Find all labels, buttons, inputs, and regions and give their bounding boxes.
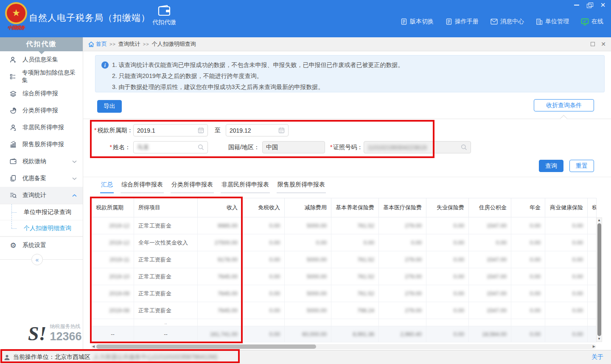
tab-nonresident[interactable]: 非居民所得申报表 (221, 181, 270, 193)
to-label: 至 (215, 127, 221, 134)
id-number-input[interactable]: 110102199304223619 (364, 141, 471, 153)
filter-row-person: *姓名： 马某 国籍/地区： 中国 *证照号码： 110102199304223… (94, 141, 471, 153)
manual-icon (446, 18, 452, 25)
tab-restricted-shares[interactable]: 限售股所得申报表 (277, 181, 326, 193)
col-tax-clipped: 税 (588, 198, 597, 217)
online-monitor-icon (581, 18, 589, 25)
sidebar-item-query-statistics[interactable]: 查询统计 (0, 187, 83, 204)
breadcrumb-home[interactable]: 首页 (88, 40, 107, 48)
table-row: 2019-11 正常工资薪金 9178.00 0.00 5000.00 761.… (92, 251, 597, 268)
search-icon[interactable] (198, 144, 204, 150)
sidebar-subitem-personal-withholding-detail[interactable]: 个人扣缴明细查询 (0, 220, 83, 236)
period-from-input[interactable]: 2019.1 (133, 124, 208, 136)
sidebar-item-restricted-shares[interactable]: 限售股所得申报 (0, 136, 83, 153)
window-restore-button[interactable] (587, 3, 593, 8)
sidebar-item-tax-payment[interactable]: 税款缴纳 (0, 153, 83, 170)
required-asterisk: * (110, 144, 112, 150)
collapse-query-button[interactable]: 收折查询条件 (534, 99, 594, 111)
name-value: 马某 (137, 144, 149, 151)
sidebar-item-preferential-filing[interactable]: 优惠备案 (0, 170, 83, 187)
notice-line-3: 3. 由于数据处理的滞后性，建议您在申报成功3天之后再来查询最新的申报数据。 (101, 81, 598, 92)
sidebar-item-personnel-info[interactable]: 人员信息采集 (0, 51, 83, 68)
form-list-icon (9, 73, 17, 81)
table-row: 2019-12 全年一次性奖金收入 27500.00 0.00 0.00 0.0… (92, 234, 597, 251)
about-link[interactable]: 关于 (591, 353, 603, 361)
scroll-down-arrow[interactable]: ▼ (597, 336, 601, 342)
sidebar-item-label: 优惠备案 (22, 175, 46, 182)
horizontal-scroll-thumb[interactable] (96, 345, 316, 349)
copy-icon (9, 175, 17, 182)
sidebar-subitem-unit-declare-records[interactable]: 单位申报记录查询 (0, 204, 83, 220)
col-housing-fund: 住房公积金 (469, 198, 511, 217)
nav-tab-daikoudaijiao[interactable]: 代扣代缴 (148, 5, 181, 26)
info-icon: i (101, 61, 109, 69)
calendar-icon[interactable] (198, 127, 204, 133)
period-to-input[interactable]: 2019.12 (226, 124, 289, 136)
col-pension: 基本养老保险费 (331, 198, 379, 217)
vertical-scroll-thumb[interactable] (597, 223, 601, 336)
tab-summary[interactable]: 汇总 (100, 181, 114, 193)
menu-label: 在线 (591, 18, 603, 25)
tab-classified[interactable]: 分类所得申报表 (171, 181, 214, 193)
vertical-scrollbar[interactable]: ▲ ▼ (596, 217, 602, 342)
horizontal-scrollbar[interactable]: ◀ ▶ (91, 344, 596, 349)
required-asterisk: * (330, 144, 332, 150)
sidebar-collapse-divider: « (0, 259, 83, 260)
export-button[interactable]: 导出 (97, 100, 122, 113)
nationality-input[interactable]: 中国 (262, 141, 325, 153)
wallet-small-icon (9, 158, 17, 165)
menu-unit-management[interactable]: 单位管理 (536, 18, 569, 25)
home-icon (88, 42, 94, 47)
main-content: i 1. 该查询统计表仅能查询已申报成功的数据，不包含未申报、申报失败，已申报但… (83, 51, 611, 350)
panel-maximize-button[interactable] (591, 42, 595, 46)
menu-message-center[interactable]: 消息中心 (490, 18, 524, 25)
search-icon[interactable] (461, 144, 467, 150)
col-deduction: 减除费用 (285, 198, 331, 217)
menu-version-switch[interactable]: 版本切换 (401, 18, 434, 25)
summary-period: -- (92, 326, 134, 342)
sidebar-item-classified-income[interactable]: 分类所得申报 (0, 102, 83, 119)
hotline-block: S! 纳税服务热线 12366 (28, 323, 82, 342)
tab-comprehensive[interactable]: 综合所得申报表 (121, 181, 164, 193)
scroll-up-arrow[interactable]: ▲ (597, 218, 601, 223)
menu-online-status[interactable]: 在线 (581, 18, 603, 25)
national-emblem-logo: ★ 中国税务 (4, 2, 28, 31)
pie-chart-icon (9, 107, 17, 114)
panel-close-button[interactable]: ✕ (601, 42, 606, 46)
query-button[interactable]: 查询 (539, 160, 563, 172)
calendar-icon[interactable] (278, 127, 285, 133)
name-input[interactable]: 马某 (133, 141, 208, 153)
menu-label: 消息中心 (500, 18, 524, 25)
envelope-icon (490, 19, 498, 25)
chevron-down-icon (72, 177, 77, 180)
scroll-left-arrow[interactable]: ◀ (92, 345, 95, 349)
sidebar-item-nonresident-income[interactable]: 非居民所得申报 (0, 119, 83, 136)
current-unit-label: 当前操作单位：北京市西城区 (13, 353, 90, 361)
app-header: ★ 中国税务 自然人电子税务局（扣缴端） 代扣代缴 版本切换 操作手册 (0, 0, 611, 37)
table-row-clipped: .. (92, 319, 597, 326)
summary-item: -- (134, 326, 198, 342)
reset-button[interactable]: 重置 (569, 160, 594, 172)
sidebar-item-special-deduction[interactable]: 专项附加扣除信息采集 (0, 68, 83, 85)
hotline-logo: S! (28, 325, 46, 342)
sidebar-item-system-settings[interactable]: ⚙ 系统设置 (0, 237, 83, 254)
scroll-right-arrow[interactable]: ▶ (593, 345, 595, 349)
toolbar-divider (83, 119, 611, 119)
sidebar-item-label: 限售股所得申报 (22, 141, 64, 148)
nav-tab-label: 代扣代缴 (148, 19, 181, 26)
col-income: 收入 (198, 198, 242, 217)
sidebar-subitem-label: 单位申报记录查询 (24, 208, 71, 216)
window-minimize-button[interactable] (574, 3, 580, 8)
sidebar-item-comprehensive-income[interactable]: 综合所得申报 (0, 85, 83, 102)
notice-line-1: 1. 该查询统计表仅能查询已申报成功的数据，不包含未申报、申报失败，已申报但已作… (112, 59, 404, 70)
period-to-value: 2019.12 (230, 127, 251, 134)
col-taxfree-income: 免税收入 (242, 198, 285, 217)
search-list-icon (9, 192, 17, 199)
sidebar-item-label: 综合所得申报 (22, 90, 58, 97)
window-close-button[interactable]: ✕ (600, 3, 606, 8)
sidebar-collapse-button[interactable]: « (31, 254, 43, 265)
menu-manual[interactable]: 操作手册 (446, 18, 479, 25)
person-plus-icon (9, 56, 17, 64)
filter-divider (83, 177, 611, 177)
sidebar-header: 代扣代缴 (0, 37, 83, 51)
